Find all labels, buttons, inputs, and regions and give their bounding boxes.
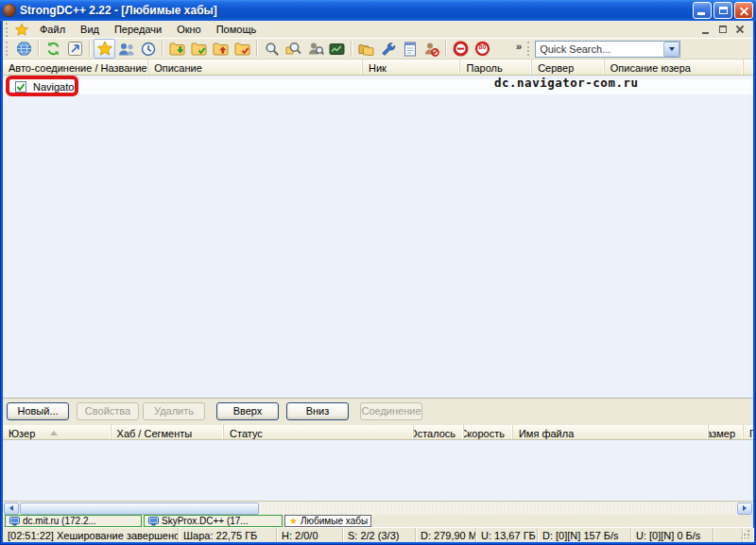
waiting-users-folder-icon[interactable] [210,39,232,59]
limiter-icon[interactable] [450,39,472,59]
toolbar-separator [445,41,447,57]
minimize-icon[interactable] [693,2,712,19]
star-icon: ★ [289,517,298,526]
quicksearch-grip[interactable] [527,42,532,56]
favorite-users-icon[interactable] [115,39,137,59]
menubar-grip[interactable] [6,23,10,37]
tab-hub-dcmitru[interactable]: dc.mit.ru (172.2... [5,515,142,527]
tr-col-filename[interactable]: Имя файла [513,425,709,439]
tr-col-truncated[interactable]: Г [744,425,753,439]
app-window: StrongDC++ 2.22 - [Любимые хабы] Файл Ви… [0,0,756,545]
finished-downloads-folder-icon[interactable] [188,39,210,59]
scroll-left-arrow-icon[interactable] [4,502,19,515]
toolbar-separator [256,41,258,57]
recent-hubs-clock-icon[interactable] [137,39,159,59]
hub-tab-icon [148,517,159,526]
speed-limit-icon[interactable]: 80 [472,39,493,59]
hub-col-autoconnect-name[interactable]: Авто-соединение / Название [3,60,148,75]
annotation-highlight-box [6,76,78,96]
hub-col-filler [744,60,753,75]
resize-grip[interactable] [741,530,749,538]
public-hubs-globe-icon[interactable] [13,39,35,59]
notepad-icon[interactable] [399,39,421,59]
client-area: Файл Вид Передачи Окно Помощь [3,21,753,542]
search-spy-icon[interactable] [304,39,326,59]
hub-col-description[interactable]: Описание [148,60,363,75]
quick-search-dropdown-icon[interactable] [663,42,679,57]
status-down-speed: D: [0][N] 157 Б/s [538,528,631,542]
properties-button: Свойства [77,402,139,420]
menu-window[interactable]: Окно [169,22,209,38]
hub-col-user-description[interactable]: Описание юзера [605,60,744,75]
mdi-controls [699,24,753,36]
menu-transfers[interactable]: Передачи [107,22,169,38]
download-queue-folder-icon[interactable] [166,39,188,59]
connect-button: Соединение [360,402,422,420]
quick-search-combo[interactable]: Quick Search... [535,41,680,58]
status-up-speed: U: [0][N] 0 Б/s [631,528,713,542]
status-downloaded: D: 279,90 МБ [416,528,476,542]
favorite-hubs-star-icon[interactable] [94,39,115,59]
title-bar[interactable]: StrongDC++ 2.22 - [Любимые хабы] [0,0,756,21]
menu-help[interactable]: Помощь [209,22,265,38]
tab-favorite-hubs[interactable]: ★ Любимые хабы [284,515,371,527]
mdi-close-icon[interactable] [733,24,747,36]
toolbar-separator [351,41,352,57]
adl-search-icon[interactable] [283,39,304,59]
hub-col-server[interactable]: Сервер [532,60,605,75]
hub-tab-icon [9,517,20,526]
tr-col-user[interactable]: Юзер [3,425,112,439]
scrollbar-thumb[interactable] [20,502,259,515]
toolbar-overflow-chevron-icon[interactable]: » [516,41,522,52]
search-icon[interactable] [261,39,283,59]
status-share: Шара: 22,75 ГБ [179,528,277,542]
hub-col-password[interactable]: Пароль [460,60,532,75]
tab-label: dc.mit.ru (172.2... [23,516,96,526]
tab-label: Любимые хабы [301,516,368,526]
hub-list-body[interactable]: Navigator dc.navigator-com.ru [3,76,753,399]
tr-col-hub-segments[interactable]: Хаб / Сегменты [112,425,225,439]
transfer-list-header: Юзер Хаб / Сегменты Статус Осталось Скор… [3,425,753,440]
close-icon[interactable] [734,2,753,19]
settings-icon[interactable] [377,39,399,59]
tr-col-timeleft[interactable]: Осталось [414,425,464,439]
transfer-list-body[interactable] [3,440,753,502]
move-up-button[interactable]: Вверх [216,402,279,420]
status-message: [02:51:22] Хеширование завершено: ...\vi [3,528,179,542]
finished-uploads-folder-icon[interactable] [232,39,253,59]
mdi-restore-icon[interactable] [716,24,730,36]
quick-search-input[interactable]: Quick Search... [536,43,663,55]
mdi-minimize-icon[interactable] [699,24,713,36]
sort-ascending-icon [50,431,58,435]
status-empty-1 [713,528,743,542]
reconnect-icon[interactable] [43,39,64,59]
tab-hub-skyprox[interactable]: SkyProx.DC++ (17... [144,515,283,527]
network-statistics-icon[interactable] [326,39,348,59]
tr-col-speed[interactable]: Скорость [464,425,513,439]
app-icon [3,4,16,17]
new-button[interactable]: Новый... [7,402,69,420]
menu-view[interactable]: Вид [73,22,107,38]
speed-limit-label: 80 [472,43,493,50]
status-hubs: H: 2/0/0 [277,528,343,542]
hub-row-navigator[interactable]: Navigator [3,79,753,94]
status-slots: S: 2/2 (3/3) [343,528,416,542]
toolbar-grip[interactable] [6,42,10,56]
move-down-button[interactable]: Вниз [286,402,349,420]
toolbar-separator [162,41,163,57]
tr-col-status[interactable]: Статус [224,425,414,439]
annotation-server-text: dc.navigator-com.ru [494,76,639,90]
restore-icon[interactable] [713,2,732,19]
follow-redirect-icon[interactable] [64,39,86,59]
menu-bar: Файл Вид Передачи Окно Помощь [3,21,753,38]
hub-list-header: Авто-соединение / Название Описание Ник … [3,60,753,76]
ignored-users-icon[interactable] [421,39,442,59]
tr-col-size[interactable]: Размер [709,425,744,439]
status-bar: [02:51:22] Хеширование завершено: ...\vi… [3,527,753,542]
scroll-right-arrow-icon[interactable] [737,502,752,515]
open-filelist-icon[interactable] [355,39,377,59]
hub-col-nick[interactable]: Ник [363,60,460,75]
horizontal-scrollbar[interactable] [3,502,753,515]
menu-file[interactable]: Файл [32,22,73,38]
favorites-window-star-icon[interactable] [15,24,28,36]
